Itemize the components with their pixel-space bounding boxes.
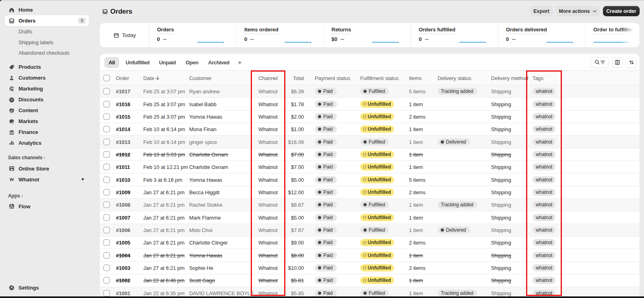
svg-text:w: w [9,177,14,182]
svg-text:$: $ [12,121,14,124]
